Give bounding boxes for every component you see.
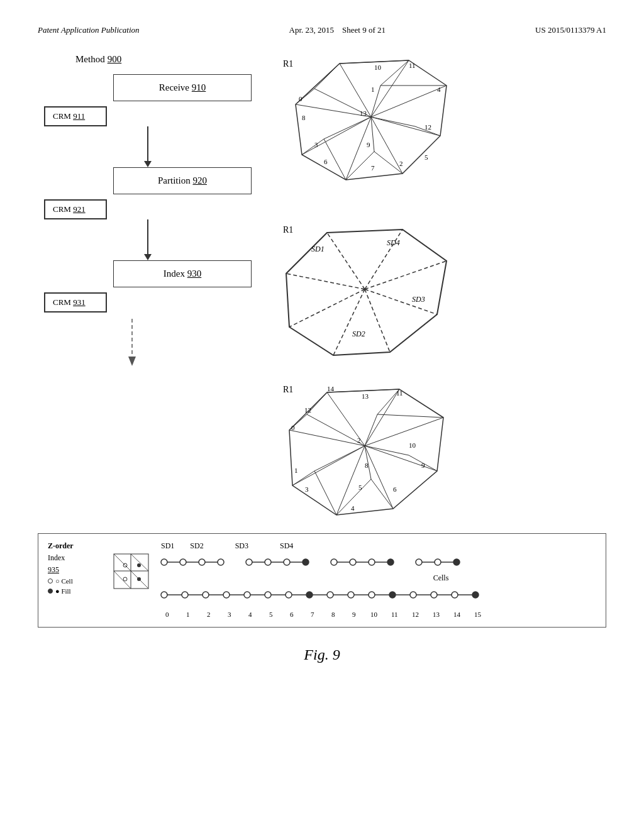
- index-box: Index 930: [113, 260, 252, 287]
- svg-line-10: [302, 117, 371, 155]
- svg-point-131: [161, 592, 167, 598]
- svg-text:R1: R1: [283, 385, 293, 394]
- svg-text:4: 4: [351, 504, 355, 512]
- svg-point-155: [410, 592, 416, 598]
- svg-line-50: [286, 274, 365, 289]
- sd3-header: SD3: [235, 541, 248, 551]
- svg-point-107: [180, 559, 186, 565]
- svg-line-61: [365, 446, 393, 509]
- svg-point-102: [137, 563, 141, 567]
- svg-line-59: [365, 418, 443, 446]
- svg-line-47: [365, 289, 390, 352]
- svg-line-9: [346, 117, 371, 180]
- svg-line-19: [374, 152, 402, 174]
- svg-text:7: 7: [371, 164, 375, 172]
- svg-text:2: 2: [207, 611, 211, 618]
- svg-line-21: [324, 117, 371, 139]
- svg-point-105: [161, 559, 167, 565]
- svg-marker-1: [128, 357, 136, 366]
- svg-point-143: [286, 592, 292, 598]
- svg-text:R1: R1: [283, 59, 293, 69]
- main-content: Method 900 Receive 910 CRM 911: [38, 54, 606, 552]
- svg-point-104: [137, 577, 141, 581]
- sd1-header: SD1: [161, 541, 174, 551]
- svg-line-43: [327, 233, 365, 289]
- sd1-chain: [158, 556, 598, 568]
- step-partition: Partition 920 CRM 921: [38, 167, 252, 219]
- header-date: Apr. 23, 2015: [289, 25, 335, 35]
- svg-line-48: [333, 289, 365, 355]
- r1-grid-icon: [114, 554, 148, 591]
- sd2-header: SD2: [190, 541, 203, 551]
- z-order-label: Z-order: [48, 541, 104, 551]
- svg-line-79: [307, 414, 365, 446]
- step-index: Index 930 CRM 931: [38, 260, 252, 313]
- svg-line-75: [314, 471, 336, 515]
- method-number: 900: [108, 54, 122, 65]
- svg-line-22: [302, 139, 324, 155]
- svg-point-116: [284, 559, 290, 565]
- svg-point-149: [348, 592, 354, 598]
- index-legend: Z-order Index 935 ○ Cell ● Fill: [48, 541, 104, 595]
- r1-indexed-svg: R1: [264, 380, 478, 531]
- svg-line-20: [346, 152, 374, 180]
- svg-point-145: [306, 592, 313, 598]
- dashed-arrow-to-table: [113, 319, 151, 369]
- svg-text:11: 11: [409, 62, 416, 69]
- cell-numbers: 0 1 2 3 4 5 6 7 8 9 10 11 12 13: [161, 609, 598, 619]
- svg-text:8: 8: [331, 611, 335, 618]
- svg-text:6: 6: [290, 611, 294, 618]
- sd4-header: SD4: [280, 541, 293, 551]
- svg-text:3: 3: [228, 611, 231, 618]
- grid-svg: [114, 554, 148, 589]
- svg-text:12: 12: [425, 123, 431, 131]
- svg-text:10: 10: [409, 441, 416, 449]
- crm-931-box: CRM 931: [44, 292, 107, 313]
- svg-text:2: 2: [357, 436, 361, 444]
- svg-text:SD4: SD4: [387, 238, 400, 247]
- svg-point-133: [182, 592, 188, 598]
- r1-numbered-svg: R1: [264, 54, 478, 205]
- svg-point-147: [327, 592, 333, 598]
- svg-point-128: [435, 559, 441, 565]
- header-sheet: Sheet 9 of 21: [342, 25, 386, 35]
- svg-line-45: [365, 261, 447, 289]
- svg-text:12: 12: [412, 611, 419, 618]
- svg-text:4: 4: [437, 86, 441, 93]
- svg-point-112: [246, 559, 252, 565]
- flowchart-column: Method 900 Receive 910 CRM 911: [38, 54, 252, 552]
- svg-line-76: [314, 446, 365, 471]
- svg-point-114: [265, 559, 271, 565]
- open-circle-icon: [48, 578, 53, 584]
- svg-text:0: 0: [299, 95, 303, 102]
- svg-text:2: 2: [399, 160, 403, 167]
- diagram-r1-indexed: R1: [264, 380, 478, 533]
- svg-text:13: 13: [360, 109, 367, 117]
- svg-point-125: [387, 559, 394, 565]
- svg-text:3: 3: [305, 485, 309, 493]
- svg-text:0: 0: [291, 424, 295, 431]
- header-publication-type: Patent Application Publication: [38, 25, 140, 35]
- svg-line-58: [365, 389, 399, 446]
- svg-text:7: 7: [311, 611, 314, 618]
- header-date-sheet: Apr. 23, 2015 Sheet 9 of 21: [289, 25, 386, 35]
- svg-line-6: [371, 86, 447, 117]
- svg-point-161: [472, 592, 479, 598]
- svg-point-159: [452, 592, 458, 598]
- svg-line-67: [377, 414, 443, 418]
- svg-point-157: [431, 592, 437, 598]
- method-label: Method: [75, 54, 105, 65]
- svg-point-118: [303, 559, 309, 565]
- cells-chain-svg: [158, 588, 598, 602]
- svg-point-130: [453, 559, 460, 565]
- filled-circle-icon: [48, 589, 53, 594]
- svg-text:14: 14: [453, 611, 461, 618]
- svg-point-119: [331, 559, 337, 565]
- svg-point-109: [199, 559, 205, 565]
- svg-text:3: 3: [314, 141, 318, 148]
- page-header: Patent Application Publication Apr. 23, …: [38, 25, 606, 35]
- svg-text:1: 1: [371, 86, 375, 93]
- svg-text:SD1: SD1: [311, 245, 325, 253]
- svg-text:13: 13: [433, 611, 440, 618]
- svg-text:R1: R1: [283, 225, 293, 235]
